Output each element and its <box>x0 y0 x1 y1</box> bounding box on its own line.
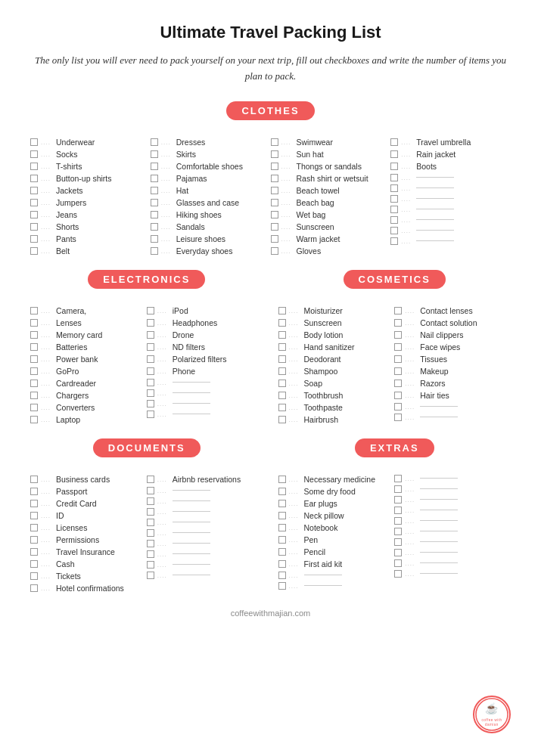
checkbox[interactable] <box>271 138 278 146</box>
checkbox[interactable] <box>278 392 286 399</box>
checkbox[interactable] <box>271 247 278 255</box>
checkbox[interactable] <box>147 508 154 516</box>
checkbox[interactable] <box>271 150 278 158</box>
checkbox[interactable] <box>147 343 154 351</box>
checkbox[interactable] <box>271 163 278 170</box>
checkbox[interactable] <box>271 199 278 206</box>
checkbox[interactable] <box>394 355 402 363</box>
checkbox[interactable] <box>278 319 286 327</box>
checkbox[interactable] <box>30 584 38 592</box>
checkbox[interactable] <box>278 582 286 590</box>
checkbox[interactable] <box>30 343 38 351</box>
checkbox[interactable] <box>278 355 286 363</box>
checkbox[interactable] <box>278 560 286 568</box>
checkbox[interactable] <box>394 331 402 339</box>
checkbox[interactable] <box>278 476 286 483</box>
checkbox[interactable] <box>151 187 158 194</box>
checkbox[interactable] <box>390 195 398 203</box>
checkbox[interactable] <box>394 403 402 411</box>
checkbox[interactable] <box>390 163 398 170</box>
checkbox[interactable] <box>30 163 38 170</box>
checkbox[interactable] <box>394 414 402 421</box>
checkbox[interactable] <box>394 380 402 387</box>
checkbox[interactable] <box>30 235 38 243</box>
checkbox[interactable] <box>278 572 286 579</box>
checkbox[interactable] <box>30 355 38 363</box>
checkbox[interactable] <box>151 223 158 231</box>
checkbox[interactable] <box>278 343 286 351</box>
checkbox[interactable] <box>147 367 154 375</box>
checkbox[interactable] <box>147 529 154 537</box>
checkbox[interactable] <box>394 496 402 503</box>
checkbox[interactable] <box>394 319 402 327</box>
checkbox[interactable] <box>147 497 154 505</box>
checkbox[interactable] <box>394 559 402 567</box>
checkbox[interactable] <box>271 235 278 243</box>
checkbox[interactable] <box>271 223 278 231</box>
checkbox[interactable] <box>390 174 398 181</box>
checkbox[interactable] <box>278 331 286 339</box>
checkbox[interactable] <box>390 206 398 213</box>
checkbox[interactable] <box>394 549 402 556</box>
checkbox[interactable] <box>151 138 158 146</box>
checkbox[interactable] <box>147 400 154 407</box>
checkbox[interactable] <box>151 163 158 170</box>
checkbox[interactable] <box>147 379 154 386</box>
checkbox[interactable] <box>394 570 402 578</box>
checkbox[interactable] <box>390 227 398 234</box>
checkbox[interactable] <box>278 524 286 531</box>
checkbox[interactable] <box>30 331 38 339</box>
checkbox[interactable] <box>278 380 286 387</box>
checkbox[interactable] <box>30 548 38 556</box>
checkbox[interactable] <box>271 187 278 194</box>
checkbox[interactable] <box>151 247 158 255</box>
checkbox[interactable] <box>278 488 286 495</box>
checkbox[interactable] <box>394 307 402 314</box>
checkbox[interactable] <box>30 572 38 580</box>
checkbox[interactable] <box>278 307 286 314</box>
checkbox[interactable] <box>147 319 154 327</box>
checkbox[interactable] <box>30 307 38 314</box>
checkbox[interactable] <box>390 216 398 224</box>
checkbox[interactable] <box>147 476 154 483</box>
checkbox[interactable] <box>30 500 38 507</box>
checkbox[interactable] <box>394 485 402 493</box>
checkbox[interactable] <box>394 475 402 482</box>
checkbox[interactable] <box>147 487 154 494</box>
checkbox[interactable] <box>147 519 154 526</box>
checkbox[interactable] <box>30 380 38 387</box>
checkbox[interactable] <box>30 524 38 531</box>
checkbox[interactable] <box>30 476 38 483</box>
checkbox[interactable] <box>30 211 38 218</box>
checkbox[interactable] <box>271 175 278 182</box>
checkbox[interactable] <box>147 550 154 558</box>
checkbox[interactable] <box>30 150 38 158</box>
checkbox[interactable] <box>151 235 158 243</box>
checkbox[interactable] <box>151 211 158 218</box>
checkbox[interactable] <box>30 187 38 194</box>
checkbox[interactable] <box>147 572 154 579</box>
checkbox[interactable] <box>278 404 286 411</box>
checkbox[interactable] <box>151 199 158 206</box>
checkbox[interactable] <box>30 175 38 182</box>
checkbox[interactable] <box>147 561 154 569</box>
checkbox[interactable] <box>278 500 286 507</box>
checkbox[interactable] <box>390 237 398 245</box>
checkbox[interactable] <box>390 150 398 158</box>
checkbox[interactable] <box>278 536 286 544</box>
checkbox[interactable] <box>147 355 154 363</box>
checkbox[interactable] <box>278 512 286 519</box>
checkbox[interactable] <box>30 247 38 255</box>
checkbox[interactable] <box>30 416 38 423</box>
checkbox[interactable] <box>30 392 38 399</box>
checkbox[interactable] <box>390 184 398 192</box>
checkbox[interactable] <box>394 517 402 525</box>
checkbox[interactable] <box>30 512 38 519</box>
checkbox[interactable] <box>30 138 38 146</box>
checkbox[interactable] <box>147 331 154 339</box>
checkbox[interactable] <box>394 367 402 375</box>
checkbox[interactable] <box>394 343 402 351</box>
checkbox[interactable] <box>30 404 38 411</box>
checkbox[interactable] <box>394 392 402 399</box>
checkbox[interactable] <box>147 307 154 314</box>
